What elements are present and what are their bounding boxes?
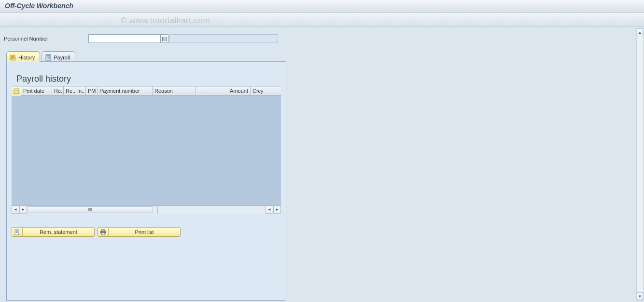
svg-rect-20 — [14, 92, 18, 92]
svg-point-28 — [104, 231, 105, 231]
personnel-number-row: Personnel Number — [4, 34, 640, 43]
tab-payroll[interactable]: Payroll — [42, 51, 75, 61]
scroll-left-button[interactable]: ◄ — [266, 206, 273, 214]
svg-rect-22 — [16, 230, 18, 231]
personnel-number-label: Personnel Number — [4, 36, 88, 42]
svg-rect-3 — [163, 39, 166, 40]
svg-rect-14 — [47, 58, 48, 59]
svg-rect-21 — [15, 230, 19, 235]
scroll-up-button[interactable]: ▲ — [637, 29, 643, 36]
select-all-icon — [14, 88, 19, 94]
application-toolbar — [0, 13, 644, 27]
svg-rect-12 — [48, 57, 49, 58]
tab-panel-history: Payroll history Pmt date Re.. Re.. In.. … — [6, 61, 286, 301]
tab-history-label: History — [18, 55, 35, 60]
svg-rect-11 — [47, 57, 48, 58]
window-vertical-scrollbar[interactable]: ▲ ▼ — [636, 28, 644, 301]
col-pm[interactable]: PM — [86, 86, 98, 95]
payroll-icon — [45, 54, 52, 61]
col-amount[interactable]: Amount — [196, 86, 251, 95]
svg-rect-19 — [14, 91, 18, 91]
scroll-track-main[interactable] — [158, 206, 266, 214]
scroll-col-left-button[interactable]: ◄ — [12, 206, 19, 214]
col-reason[interactable]: Reason — [153, 86, 196, 95]
col-crcy[interactable]: Crcy — [251, 86, 263, 95]
svg-rect-23 — [16, 231, 18, 232]
svg-rect-1 — [163, 37, 166, 38]
col-in[interactable]: In.. — [75, 86, 86, 95]
print-icon — [98, 228, 109, 236]
select-all-button[interactable] — [12, 86, 21, 96]
tab-history[interactable]: History — [6, 51, 40, 62]
print-list-button[interactable]: Print list — [98, 227, 181, 237]
svg-rect-2 — [163, 39, 166, 39]
svg-rect-10 — [47, 55, 50, 56]
scroll-right-button[interactable]: ► — [273, 206, 281, 214]
page-title: Off-Cycle Workbench — [5, 2, 73, 10]
panel-title: Payroll history — [16, 74, 281, 84]
action-button-row: Rem. statement Print list — [12, 227, 281, 237]
svg-rect-24 — [16, 232, 18, 233]
title-bar: Off-Cycle Workbench — [0, 0, 644, 13]
grid-horizontal-scroll: ◄ ► ◄ ► — [12, 206, 281, 214]
scroll-col-right-button[interactable]: ► — [19, 206, 27, 214]
svg-rect-13 — [49, 57, 50, 58]
scroll-thumb-frozen[interactable] — [28, 206, 153, 213]
tab-strip: History Payroll — [6, 51, 640, 61]
col-re2[interactable]: Re.. — [64, 86, 75, 95]
grid-body — [12, 96, 281, 206]
svg-rect-15 — [48, 58, 49, 59]
svg-rect-6 — [11, 57, 14, 58]
svg-rect-7 — [11, 58, 13, 58]
document-icon — [12, 228, 23, 236]
print-list-label: Print list — [109, 229, 180, 235]
scroll-down-button[interactable]: ▼ — [637, 292, 643, 300]
col-re1[interactable]: Re.. — [52, 86, 64, 95]
personnel-number-desc — [169, 34, 278, 43]
tab-payroll-label: Payroll — [54, 55, 70, 60]
content-area: Personnel Number — [0, 27, 644, 302]
svg-rect-5 — [11, 56, 14, 57]
svg-rect-16 — [49, 58, 50, 59]
rem-statement-button[interactable]: Rem. statement — [12, 227, 95, 237]
search-help-icon — [162, 37, 167, 41]
personnel-number-f4-button[interactable] — [161, 34, 168, 43]
scroll-track-frozen[interactable] — [27, 206, 157, 214]
svg-rect-27 — [101, 233, 105, 235]
grid-header: Pmt date Re.. Re.. In.. PM Payment numbe… — [12, 86, 281, 96]
col-payment-number[interactable]: Payment number — [98, 86, 153, 95]
rem-statement-label: Rem. statement — [23, 229, 94, 235]
col-pmt-date[interactable]: Pmt date — [21, 86, 52, 95]
history-icon — [10, 54, 16, 61]
svg-rect-18 — [14, 90, 18, 90]
personnel-number-input[interactable] — [88, 34, 161, 43]
